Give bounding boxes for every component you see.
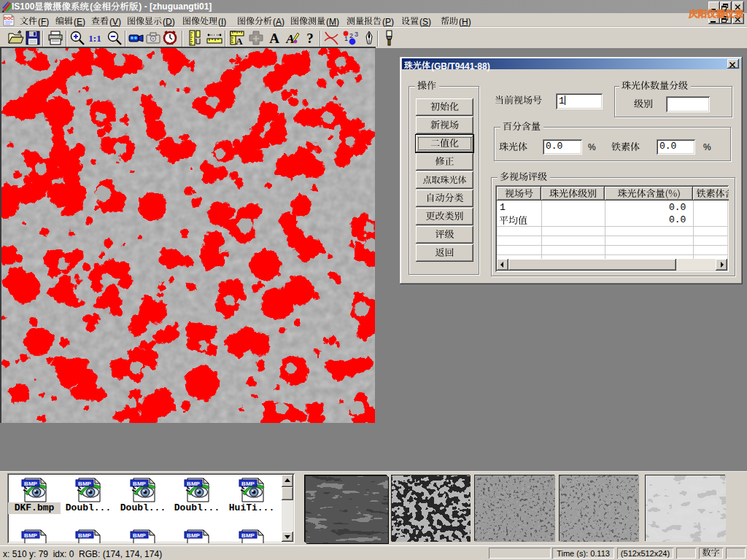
- svg-text:DOC: DOC: [4, 16, 14, 20]
- svg-text:BMP: BMP: [187, 532, 200, 539]
- svg-text:A: A: [285, 32, 294, 46]
- svg-text:1:1: 1:1: [88, 33, 101, 44]
- svg-text:BMP: BMP: [24, 532, 37, 539]
- svg-text:?: ?: [306, 31, 314, 46]
- svg-text:BMP: BMP: [133, 481, 146, 487]
- svg-text:BMP: BMP: [241, 532, 255, 539]
- svg-text:BMP: BMP: [187, 481, 200, 487]
- svg-text:A: A: [236, 36, 243, 47]
- svg-text:1: 1: [344, 35, 348, 42]
- svg-text:2: 2: [349, 32, 353, 39]
- svg-text:BMP: BMP: [133, 532, 146, 539]
- svg-text:BMP: BMP: [24, 481, 37, 487]
- svg-text:3: 3: [355, 31, 358, 38]
- svg-text:BMP: BMP: [78, 532, 91, 539]
- svg-text:BMP: BMP: [241, 481, 255, 487]
- svg-text:A: A: [269, 31, 279, 46]
- svg-text:BMP: BMP: [78, 481, 91, 487]
